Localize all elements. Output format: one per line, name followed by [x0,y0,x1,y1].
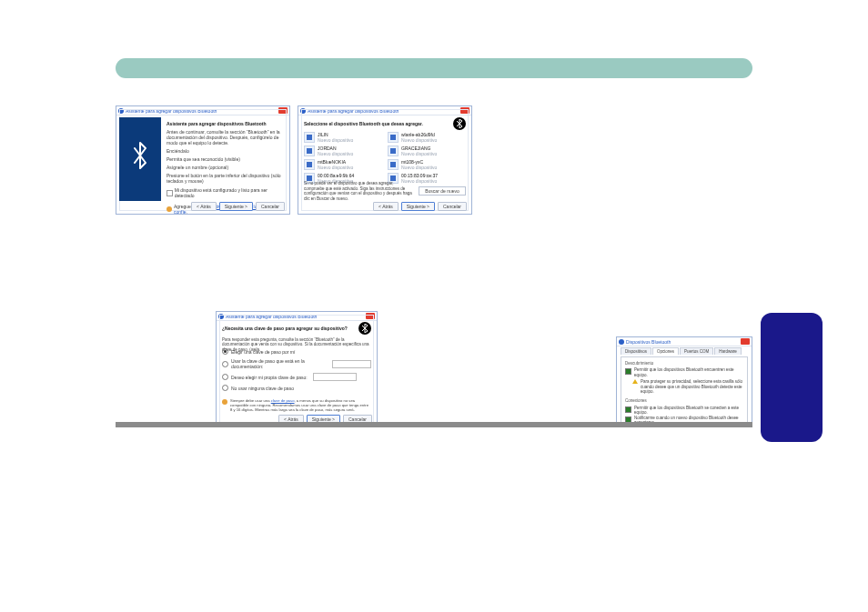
device-icon [388,145,399,156]
section-bar [116,58,752,78]
ready-checkbox[interactable]: Mi dispositivo está configurado y listo … [167,187,281,198]
opt3-label: Deseo elegir mi propia clave de paso: [231,375,308,380]
footer-bar [116,422,752,427]
device-icon [304,145,315,156]
ready-checkbox-label: Mi dispositivo está configurado y listo … [175,187,281,198]
bluetooth-icon [130,142,150,176]
device-item[interactable]: GRACEJIANGNuevo dispositivo [388,145,466,156]
device-icon [304,159,315,170]
cancel-button[interactable]: Cancelar [256,202,285,211]
doc-passkey-field[interactable] [332,360,371,368]
side-index-tab [761,313,823,442]
tab-hardware[interactable]: Hardware [714,347,742,355]
passkey-option-doc[interactable]: Usar la clave de paso que está en la doc… [222,358,371,369]
opt4-label: No usar ninguna clave de paso [231,386,294,391]
close-icon[interactable] [741,338,750,345]
bluetooth-icon [453,117,466,130]
tab-opciones[interactable]: Opciones [652,347,679,355]
device-icon [388,159,399,170]
connect-checkbox[interactable]: Permitir que los dispositivos Bluetooth … [625,406,743,416]
next-button[interactable]: Siguiente > [401,202,435,211]
device-icon [304,132,315,143]
device-item[interactable]: JORDANNuevo dispositivo [304,145,382,156]
wizard-select-device-window: Asistente para agregar dispositivos Blue… [298,105,472,215]
bluetooth-hero-panel [119,117,161,201]
device-item[interactable]: JILINNuevo dispositivo [304,132,382,143]
bluetooth-options-window: Dispositivos Bluetooth DispositivosOpcio… [616,336,752,427]
passkey-option-none[interactable]: No usar ninguna clave de paso [222,385,371,391]
device-sub: Nuevo dispositivo [318,137,353,143]
cancel-button[interactable]: Cancelar [438,202,467,211]
passkey-option-own[interactable]: Deseo elegir mi propia clave de paso: [222,373,371,381]
group-discovery: Descubrimiento [625,361,743,366]
wizard-step1-window: Asistente para agregar dispositivos Blue… [116,105,290,215]
tab-dispositivos[interactable]: Dispositivos [621,347,651,355]
warning-icon [632,379,638,384]
passkey-option-auto[interactable]: Elegir una clave de paso por mí [222,348,371,355]
own-passkey-field[interactable] [313,373,357,381]
device-item[interactable]: wlanle-ab26d9fdNuevo dispositivo [388,132,466,143]
wizard-passkey-window: Asistente para agregar dispositivos Blue… [216,311,378,427]
info-icon [167,206,172,212]
device-item[interactable]: mt108-yxCNuevo dispositivo [388,159,466,170]
discovery-checkbox[interactable]: Permitir que los dispositivos Bluetooth … [625,367,743,377]
window2-heading: Seleccione el dispositivo Bluetooth que … [304,121,453,126]
opt2-label: Usar la clave de paso que está en la doc… [231,358,327,369]
tab-puertos com[interactable]: Puertos COM [680,347,713,355]
group-connections: Conexiones [625,398,743,403]
bluetooth-icon [358,322,371,335]
window1-para1: Antes de continuar, consulte la sección … [167,129,281,145]
window1-para2a: Enciéndalo [167,148,281,154]
device-sub: Nuevo dispositivo [318,151,353,156]
device-sub: Nuevo dispositivo [401,165,437,170]
window1-para2b: Permita que sea reconocido (visible) [167,156,281,162]
bluetooth-app-icon [619,339,624,345]
connect-label: Permitir que los dispositivos Bluetooth … [634,406,743,416]
window1-heading: Asistente para agregar dispositivos Blue… [167,121,281,126]
tip-text: Siempre debe usar una clave de paso, a m… [230,398,371,412]
device-sub: Nuevo dispositivo [401,151,437,156]
device-icon [388,132,399,143]
warning-text: Para proteger su privacidad, seleccione … [641,379,743,394]
search-again-button[interactable]: Buscar de nuevo [419,186,466,196]
back-button[interactable]: < Atrás [191,202,217,211]
next-button[interactable]: Siguiente > [219,202,253,211]
device-sub: Nuevo dispositivo [401,137,437,143]
device-sub: Nuevo dispositivo [318,165,353,170]
discovery-label: Permitir que los dispositivos Bluetooth … [634,367,743,377]
back-button[interactable]: < Atrás [373,202,399,211]
window2-note: Si no puede ver el dispositivo que desea… [304,181,415,201]
opt1-label: Elegir una clave de paso por mí [231,349,295,355]
window1-para2d: Presione el botón en la parte inferior d… [167,173,281,184]
window4-title: Dispositivos Bluetooth [626,339,741,345]
info-icon [222,399,227,405]
window3-heading: ¿Necesita una clave de paso para agregar… [222,326,358,331]
window1-para2c: Asígnele un nombre (opcional) [167,165,281,170]
device-item[interactable]: mtBlueNOKIANuevo dispositivo [304,159,382,170]
